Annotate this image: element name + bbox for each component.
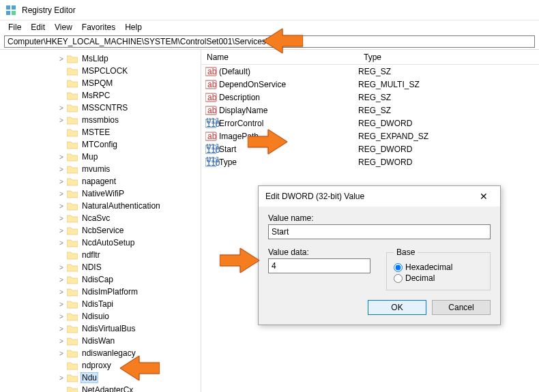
chevron-right-icon[interactable]: > <box>57 276 65 284</box>
list-row[interactable]: StartREG_DWORD <box>201 142 539 155</box>
value-data-input[interactable] <box>268 258 370 273</box>
tree-item-label: NdisWan <box>81 336 116 346</box>
chevron-right-icon[interactable]: > <box>57 227 65 235</box>
tree-item-label: Ndu <box>81 372 98 383</box>
close-icon[interactable]: ✕ <box>474 188 493 205</box>
chevron-right-icon[interactable]: > <box>57 202 65 210</box>
tree-item[interactable]: >Mup <box>0 151 201 163</box>
tree-item[interactable]: >napagent <box>0 175 201 187</box>
tree-item[interactable]: NetAdapterCx <box>0 384 201 392</box>
radio-hexadecimal[interactable]: Hexadecimal <box>394 262 483 272</box>
tree-item-label: Ndisuio <box>81 312 111 321</box>
folder-icon <box>67 78 78 88</box>
tree-item-label: mvumis <box>81 164 111 174</box>
tree-item[interactable]: MTConfig <box>0 138 201 151</box>
tree-pane[interactable]: >MsLldpMSPCLOCKMSPQMMsRPC>MSSCNTRS>mssmb… <box>0 50 201 392</box>
tree-item[interactable]: >NdisVirtualBus <box>0 322 201 335</box>
chevron-right-icon[interactable]: > <box>57 350 65 357</box>
chevron-right-icon[interactable]: > <box>57 153 65 161</box>
value-name: DependOnService <box>219 80 358 89</box>
list-row[interactable]: (Default)REG_SZ <box>201 65 539 78</box>
value-name-input[interactable] <box>268 224 491 239</box>
folder-icon <box>67 361 78 370</box>
radio-decimal[interactable]: Decimal <box>394 273 483 283</box>
tree-item[interactable]: >Ndisuio <box>0 310 201 322</box>
chevron-right-icon[interactable]: > <box>57 117 65 124</box>
value-name-label: Value name: <box>268 213 491 223</box>
tree-item[interactable]: >NdisTapi <box>0 298 201 310</box>
menu-edit[interactable]: Edit <box>27 21 49 33</box>
tree-item[interactable]: >NdisImPlatform <box>0 286 201 298</box>
tree-item[interactable]: >MsLldp <box>0 52 201 65</box>
tree-item-label: Mup <box>81 152 99 162</box>
tree-item[interactable]: >NdisWan <box>0 335 201 347</box>
svg-rect-5 <box>6 5 10 10</box>
ok-button[interactable]: OK <box>368 300 426 315</box>
list-row[interactable]: DisplayNameREG_SZ <box>201 104 539 117</box>
chevron-right-icon[interactable]: > <box>57 104 65 112</box>
list-row[interactable]: ErrorControlREG_DWORD <box>201 117 539 130</box>
chevron-right-icon[interactable]: > <box>57 239 65 247</box>
chevron-right-icon[interactable]: > <box>57 301 65 308</box>
folder-icon <box>67 189 78 198</box>
tree-item[interactable]: MSPCLOCK <box>0 65 201 77</box>
dword-value-icon <box>205 144 216 155</box>
list-row[interactable]: ImagePathREG_EXPAND_SZ <box>201 130 539 142</box>
tree-item[interactable]: >NcdAutoSetup <box>0 237 201 249</box>
tree-item[interactable]: >NdisCap <box>0 273 201 286</box>
list-row[interactable]: TypeREG_DWORD <box>201 155 539 168</box>
chevron-right-icon[interactable]: > <box>57 178 65 185</box>
tree-item[interactable]: >Ndu <box>0 372 201 384</box>
chevron-right-icon[interactable]: > <box>57 55 65 63</box>
base-legend: Base <box>394 247 418 257</box>
chevron-right-icon[interactable]: > <box>57 325 65 333</box>
tree-item[interactable]: >mvumis <box>0 163 201 175</box>
radio-hex-input[interactable] <box>394 263 403 272</box>
folder-icon <box>67 299 78 309</box>
list-header: Name Type <box>201 50 539 65</box>
value-type: REG_DWORD <box>358 119 461 128</box>
tree-item[interactable]: >mssmbios <box>0 114 201 126</box>
tree-item-label: napagent <box>81 177 117 186</box>
tree-item[interactable]: ndproxy <box>0 359 201 372</box>
tree-item[interactable]: >NativeWifiP <box>0 187 201 200</box>
chevron-right-icon[interactable]: > <box>57 374 65 382</box>
chevron-right-icon[interactable]: > <box>57 337 65 345</box>
address-input[interactable] <box>4 35 535 48</box>
chevron-right-icon[interactable]: > <box>57 190 65 198</box>
chevron-right-icon[interactable]: > <box>57 313 65 320</box>
menu-view[interactable]: View <box>50 21 76 33</box>
tree-item[interactable]: >ndiswanlegacy <box>0 347 201 359</box>
tree-item[interactable]: >NcbService <box>0 224 201 237</box>
folder-icon <box>67 324 78 333</box>
tree-item[interactable]: MsRPC <box>0 89 201 102</box>
folder-icon <box>67 336 78 346</box>
tree-item-label: NdisTapi <box>81 299 115 309</box>
folder-icon <box>67 140 78 149</box>
menu-file[interactable]: File <box>4 21 25 33</box>
tree-item[interactable]: >NDIS <box>0 261 201 273</box>
tree-item-label: NdisVirtualBus <box>81 324 136 333</box>
chevron-right-icon[interactable]: > <box>57 264 65 271</box>
menu-help[interactable]: Help <box>121 21 146 33</box>
col-header-name[interactable]: Name <box>201 52 358 62</box>
value-name: ErrorControl <box>219 119 358 128</box>
chevron-right-icon[interactable]: > <box>57 215 65 222</box>
svg-rect-7 <box>6 11 10 15</box>
list-row[interactable]: DescriptionREG_SZ <box>201 91 539 104</box>
tree-item[interactable]: >NcaSvc <box>0 212 201 224</box>
menu-favorites[interactable]: Favorites <box>78 21 119 33</box>
folder-icon <box>67 115 78 125</box>
radio-dec-input[interactable] <box>394 274 403 283</box>
tree-item[interactable]: ndfltr <box>0 249 201 261</box>
tree-item[interactable]: MSTEE <box>0 126 201 138</box>
value-type: REG_MULTI_SZ <box>358 80 461 89</box>
tree-item[interactable]: MSPQM <box>0 77 201 89</box>
chevron-right-icon[interactable]: > <box>57 288 65 296</box>
tree-item[interactable]: >MSSCNTRS <box>0 102 201 114</box>
chevron-right-icon[interactable]: > <box>57 166 65 173</box>
list-row[interactable]: DependOnServiceREG_MULTI_SZ <box>201 78 539 91</box>
cancel-button[interactable]: Cancel <box>432 300 491 315</box>
tree-item[interactable]: >NaturalAuthentication <box>0 200 201 212</box>
col-header-type[interactable]: Type <box>358 52 461 62</box>
